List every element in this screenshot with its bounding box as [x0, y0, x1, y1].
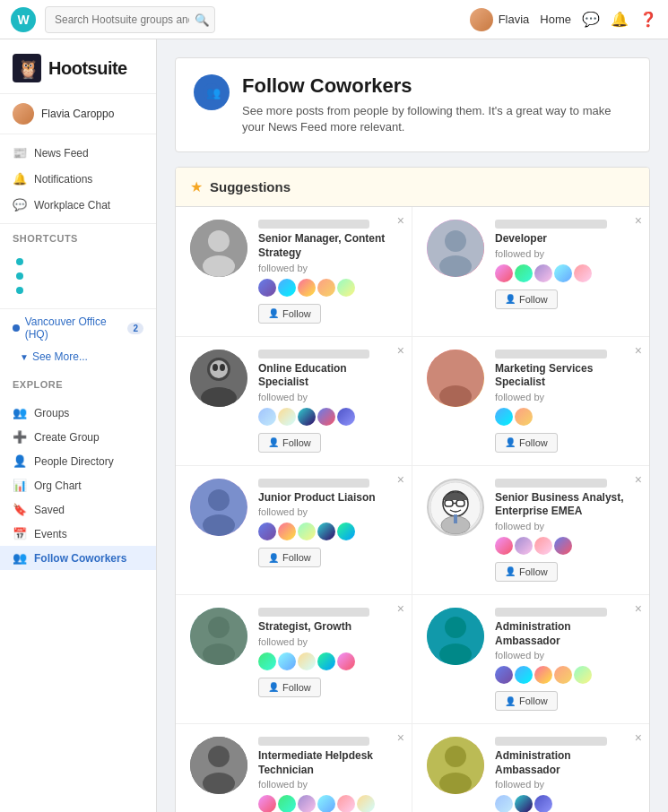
sidebar-item-follow-coworkers[interactable]: 👥 Follow Coworkers [0, 546, 156, 570]
main-content: 👥 Follow Coworkers See more posts from p… [157, 39, 668, 812]
follower-avatar [337, 408, 355, 426]
person-name-10 [495, 737, 607, 746]
follow-button-8[interactable]: 👤 Follow [495, 691, 558, 711]
person-title-9: Intermediate Helpdesk Technician [258, 749, 397, 777]
top-nav-right: Flavia Home 💬 🔔 ❓ [470, 8, 657, 31]
svg-point-19 [208, 489, 230, 511]
sidebar-user[interactable]: Flavia Caroppo [0, 94, 156, 134]
sidebar-item-create-group[interactable]: ➕ Create Group [0, 425, 156, 449]
search-button[interactable]: 🔍 [195, 13, 210, 26]
person-info-4: Marketing Services Specialist followed b… [495, 350, 635, 453]
dismiss-button-2[interactable]: × [635, 214, 642, 227]
messages-icon[interactable]: 💬 [582, 11, 600, 28]
person-info-5: Junior Product Liaison followed by 👤 [258, 479, 397, 568]
follower-avatar [515, 795, 533, 812]
help-icon[interactable]: ❓ [639, 11, 657, 28]
follower-avatar [495, 408, 513, 426]
followers-avatars-4 [495, 408, 635, 426]
follower-avatar [278, 795, 296, 812]
follower-avatar [317, 523, 335, 540]
see-more-link[interactable]: ▼ See More... [0, 347, 156, 370]
cards-grid: × Senior Manager, Content Strategy follo… [176, 207, 649, 812]
sidebar-item-news-feed[interactable]: 📰 News Feed [0, 140, 156, 166]
sidebar-item-people-directory[interactable]: 👤 People Directory [0, 449, 156, 473]
sidebar-item-groups[interactable]: 👥 Groups [0, 401, 156, 425]
follow-button-3[interactable]: 👤 Follow [258, 433, 321, 453]
sidebar-item-workplace-chat[interactable]: 💬 Workplace Chat [0, 192, 156, 218]
dismiss-button-1[interactable]: × [397, 214, 404, 227]
person-avatar-9 [190, 737, 247, 794]
shortcut-dot-2 [16, 272, 23, 280]
follower-avatar [258, 652, 276, 670]
person-name-4 [495, 350, 607, 358]
follow-coworkers-page-icon: 👥 [202, 82, 221, 102]
follower-avatar [515, 666, 533, 684]
follower-avatar [317, 279, 335, 297]
follower-avatar [357, 795, 375, 812]
dismiss-button-3[interactable]: × [397, 344, 404, 357]
page-header: 👥 Follow Coworkers See more posts from p… [175, 57, 650, 152]
user-chip[interactable]: Flavia [470, 8, 530, 31]
vancouver-office-group[interactable]: Vancouver Office (HQ) 2 [0, 309, 156, 347]
dismiss-button-4[interactable]: × [635, 344, 642, 357]
person-card-10: × Administration Ambassador followed by [412, 724, 649, 812]
follower-avatar [317, 652, 335, 670]
follow-icon-4: 👤 [505, 437, 516, 447]
shortcuts-label: Shortcuts [0, 224, 156, 247]
follower-avatar [317, 795, 335, 812]
follow-icon-5: 👤 [268, 553, 279, 563]
follow-button-7[interactable]: 👤 Follow [258, 678, 321, 697]
follower-avatar [574, 666, 592, 684]
people-directory-icon: 👤 [13, 454, 27, 468]
person-info-3: Online Education Specialist followed by [258, 350, 397, 453]
sidebar-user-avatar [13, 103, 34, 125]
svg-point-8 [445, 230, 466, 252]
home-link[interactable]: Home [540, 13, 571, 26]
followers-avatars-1 [258, 279, 397, 297]
person-info-10: Administration Ambassador followed by 👤 … [495, 737, 635, 812]
follow-button-4[interactable]: 👤 Follow [495, 433, 558, 453]
svg-point-33 [439, 644, 472, 665]
dismiss-button-7[interactable]: × [397, 602, 404, 615]
person-avatar-5 [190, 479, 247, 536]
dismiss-button-9[interactable]: × [397, 731, 404, 744]
explore-label: Explore [0, 370, 156, 393]
groups-icon: 👥 [13, 406, 27, 419]
follow-button-5[interactable]: 👤 Follow [258, 548, 321, 567]
sidebar-item-notifications[interactable]: 🔔 Notifications [0, 166, 156, 192]
person-name-8 [495, 608, 607, 617]
dismiss-button-6[interactable]: × [635, 473, 642, 486]
followers-avatars-2 [495, 264, 635, 282]
notifications-icon[interactable]: 🔔 [611, 11, 629, 28]
follower-avatar [495, 666, 513, 684]
sidebar-user-name: Flavia Caroppo [41, 108, 114, 120]
person-avatar-7 [190, 608, 247, 665]
svg-point-9 [439, 255, 472, 277]
suggestions-panel: ★ Suggestions × Senior Manager, Content … [175, 167, 650, 812]
follow-icon-7: 👤 [268, 682, 279, 692]
follow-icon-1: 👤 [268, 308, 279, 318]
follow-coworkers-icon: 👥 [13, 551, 27, 565]
svg-point-37 [203, 773, 235, 794]
followed-by-10: followed by [495, 779, 635, 790]
dismiss-button-5[interactable]: × [397, 473, 404, 486]
person-title-1: Senior Manager, Content Strategy [258, 232, 397, 260]
follower-avatar [278, 279, 296, 297]
follower-avatar [298, 523, 316, 540]
sidebar-item-saved[interactable]: 🔖 Saved [0, 497, 156, 522]
follow-label-6: Follow [519, 566, 548, 577]
dismiss-button-8[interactable]: × [635, 602, 642, 615]
see-more-label: See More... [32, 350, 88, 363]
sidebar-item-events[interactable]: 📅 Events [0, 522, 156, 546]
follow-button-1[interactable]: 👤 Follow [258, 304, 321, 324]
svg-point-40 [439, 773, 472, 794]
follow-button-6[interactable]: 👤 Follow [495, 562, 558, 582]
dismiss-button-10[interactable]: × [635, 731, 642, 744]
follow-button-2[interactable]: 👤 Follow [495, 289, 558, 309]
person-avatar-3 [190, 350, 247, 407]
followers-avatars-3 [258, 408, 397, 426]
follower-avatar [317, 408, 335, 426]
sidebar-item-org-chart[interactable]: 📊 Org Chart [0, 473, 156, 497]
workplace-logo: W [11, 7, 36, 32]
search-input[interactable] [45, 6, 215, 33]
